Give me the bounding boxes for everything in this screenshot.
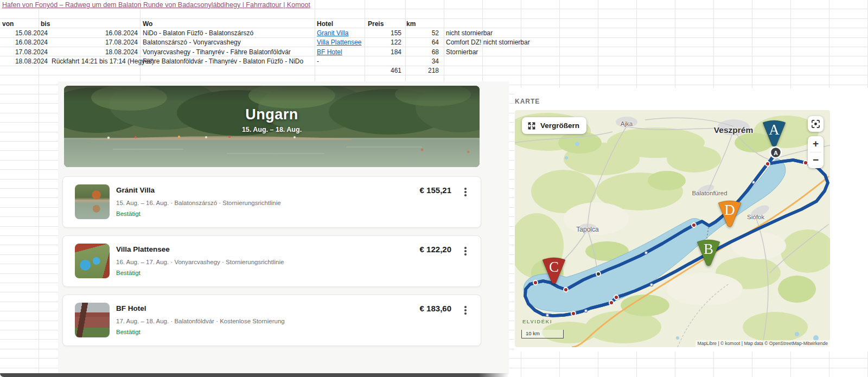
- booking-trip-panel: Ungarn 15. Aug. – 18. Aug. Gránit Villa1…: [58, 81, 509, 374]
- table-cell: Preis: [368, 20, 384, 28]
- hotel-thumbnail: [75, 184, 110, 219]
- svg-text:B: B: [704, 241, 713, 257]
- zoom-out-button[interactable]: −: [808, 152, 824, 168]
- hotel-card[interactable]: BF Hotel17. Aug. – 18. Aug. · Balatonföl…: [62, 295, 481, 346]
- map-section-label: KARTE: [515, 98, 540, 105]
- kebab-dot: [464, 250, 467, 252]
- map-attribution: MapLibre | © komoot | Map data © OpenStr…: [695, 340, 830, 347]
- table-cell: 68: [432, 48, 439, 56]
- zoom-in-button[interactable]: +: [808, 136, 824, 152]
- hotel-link[interactable]: Villa Plattensee: [317, 39, 362, 47]
- hotel-link[interactable]: BF Hotel: [317, 48, 342, 56]
- table-cell: 155: [391, 29, 401, 37]
- banner-title: Ungarn: [64, 106, 480, 123]
- city-label-balatonfured: Balatonfüred: [692, 190, 727, 196]
- table-cell: 461: [391, 67, 401, 75]
- kebab-dot: [464, 194, 467, 196]
- table-cell: 15.08.2024: [15, 29, 48, 37]
- hotel-meta: 16. Aug. – 17. Aug. · Vonyarcvashegy · S…: [116, 259, 284, 265]
- table-cell: 122: [391, 39, 401, 47]
- table-cell: von: [2, 20, 14, 28]
- hotel-meta: 17. Aug. – 18. Aug. · Balatonföldvár · K…: [116, 318, 285, 324]
- table-cell: Rückfahrt 14:21 bis 17:14 (Hegyes): [52, 57, 154, 66]
- kebab-dot: [464, 253, 467, 255]
- kebab-menu-button[interactable]: [461, 188, 470, 199]
- hotel-thumbnail: [75, 244, 110, 278]
- table-cell: 17.08.2024: [15, 48, 48, 56]
- table-cell: 16.08.2024: [105, 29, 138, 37]
- vergroessern-label: Vergrößern: [540, 122, 579, 130]
- hotel-card[interactable]: Gránit Villa15. Aug. – 16. Aug. · Balato…: [62, 176, 481, 228]
- kebab-menu-button[interactable]: [461, 247, 470, 258]
- table-cell: NiDo - Balaton Füzfö - Balatonszárszó: [143, 29, 253, 37]
- kebab-dot: [464, 312, 467, 315]
- table-cell: 18.08.2024: [15, 57, 48, 66]
- hotel-status: Bestätigt: [116, 210, 141, 217]
- table-cell: Comfort DZ! nicht stornierbar: [446, 39, 530, 47]
- zoom-control: + −: [808, 136, 824, 168]
- trip-banner[interactable]: Ungarn 15. Aug. – 18. Aug.: [64, 86, 480, 167]
- map-graphic: ADBCA: [515, 110, 830, 347]
- hotel-name: Gránit Villa: [116, 186, 155, 194]
- hotel-thumbnail: [75, 303, 110, 337]
- table-cell: Vonyarcvashegy - Tihanyrév - Fähre Balat…: [143, 48, 291, 56]
- table-cell: 34: [432, 57, 439, 66]
- hotel-status: Bestätigt: [116, 270, 141, 276]
- hotel-meta: 15. Aug. – 16. Aug. · Balatonszárszó · S…: [116, 200, 281, 206]
- sheet-title-link[interactable]: Hafen von Fonyód – Radweg um dem Balaton…: [2, 1, 310, 9]
- hotel-name: BF Hotel: [116, 304, 146, 312]
- table-cell: 52: [432, 29, 439, 37]
- hotel-price: € 183,60: [420, 304, 451, 313]
- table-cell: 64: [432, 39, 439, 47]
- kebab-menu-button[interactable]: [461, 306, 470, 317]
- table-cell: 218: [428, 67, 439, 75]
- svg-text:C: C: [549, 259, 559, 275]
- table-cell: bis: [41, 20, 50, 28]
- hotel-link[interactable]: Granit Villa: [317, 29, 348, 37]
- table-cell: Balatonszárszó - Vonyarcvashegy: [143, 39, 241, 47]
- banner-dates: 15. Aug. – 18. Aug.: [64, 126, 480, 133]
- hotel-price: € 122,20: [420, 245, 451, 254]
- table-cell: 17.08.2024: [105, 39, 138, 47]
- fullscreen-button[interactable]: [808, 116, 824, 132]
- window-edge: [0, 373, 509, 377]
- map-canvas[interactable]: ADBCA Ajka Veszprém Balatonfüred Siófok …: [515, 110, 830, 347]
- hotel-price: € 155,21: [420, 186, 451, 195]
- kebab-dot: [464, 191, 467, 193]
- table-cell: Fähre Balatonföldvár - Tihanyrév - Balat…: [143, 57, 303, 66]
- city-label-veszprem: Veszprém: [714, 125, 753, 135]
- vergroessern-button[interactable]: Vergrößern: [522, 117, 586, 134]
- table-cell: 16.08.2024: [15, 39, 48, 47]
- svg-text:A: A: [769, 122, 780, 138]
- park-label: ELVIDÉKI: [522, 318, 552, 324]
- hotel-status: Bestätigt: [116, 329, 141, 335]
- city-label-tapolca: Tapolca: [576, 226, 598, 233]
- svg-text:D: D: [724, 202, 735, 218]
- kebab-dot: [464, 247, 467, 249]
- table-cell: Hotel: [317, 20, 333, 28]
- city-label-siofok: Siófok: [747, 214, 764, 220]
- kebab-dot: [464, 309, 467, 311]
- svg-text:A: A: [774, 150, 778, 156]
- route-start-badge: A: [770, 147, 781, 158]
- table-cell: km: [406, 20, 416, 28]
- table-cell: 18.08.2024: [105, 48, 138, 56]
- table-cell: 184: [391, 48, 401, 56]
- hotel-card[interactable]: Villa Plattensee16. Aug. – 17. Aug. · Vo…: [62, 235, 481, 287]
- kebab-dot: [464, 188, 467, 190]
- table-cell: -: [317, 57, 319, 66]
- hotel-name: Villa Plattensee: [116, 245, 170, 253]
- city-label-ajka: Ajka: [621, 120, 633, 127]
- scale-bar: 10 km: [521, 330, 564, 338]
- expand-icon: [527, 122, 536, 130]
- fullscreen-icon: [811, 119, 820, 129]
- table-cell: Wo: [143, 20, 152, 28]
- scale-text: 10 km: [526, 330, 540, 336]
- kebab-dot: [464, 306, 467, 308]
- table-cell: nicht stornierbar: [446, 29, 493, 37]
- table-cell: Stornierbar: [446, 48, 478, 56]
